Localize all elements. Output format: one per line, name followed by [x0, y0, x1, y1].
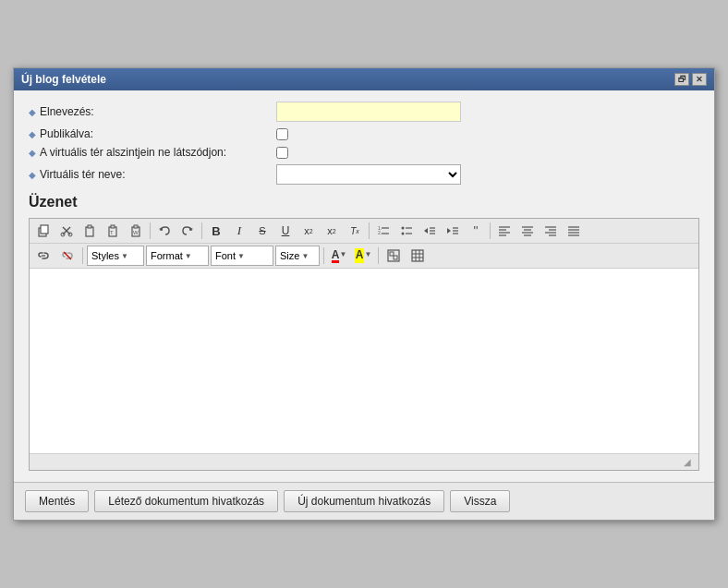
diamond-icon-3: ◆	[29, 148, 36, 158]
titlebar-buttons: 🗗 ✕	[674, 73, 707, 86]
bgcolor-button[interactable]: A ▼	[352, 246, 374, 266]
cut-button[interactable]	[55, 221, 78, 241]
styles-label: Styles	[91, 250, 119, 261]
resize-handle[interactable]: ◢	[684, 457, 695, 468]
font-dropdown[interactable]: Font ▼	[211, 246, 273, 266]
toolbar-row-1: T W B I S U x2 x2 Tx	[30, 219, 698, 244]
sep-4	[490, 222, 491, 239]
svg-marker-24	[424, 228, 428, 234]
bold-button[interactable]: B	[205, 221, 227, 241]
link-button[interactable]	[32, 246, 55, 266]
dialog-body: ◆ Elnevezés: ◆ Publikálva: ◆ A virtuális…	[14, 90, 714, 482]
dialog-title: Új blog felvétele	[21, 73, 106, 86]
elnevezes-label: ◆ Elnevezés:	[29, 105, 269, 118]
svg-rect-53	[412, 250, 423, 261]
bgcolor-a: A	[355, 248, 365, 261]
underline-button[interactable]: U	[274, 221, 297, 241]
footer: Mentés Létező dokumentum hivatkozás Új d…	[14, 482, 714, 520]
elnevezes-input[interactable]	[276, 102, 461, 122]
ol-button[interactable]: 1.2.	[372, 221, 394, 241]
align-justify-button[interactable]	[563, 221, 585, 241]
fontcolor-a: A	[332, 248, 340, 261]
size-dropdown[interactable]: Size ▼	[275, 246, 320, 266]
format-label: Format	[151, 250, 183, 261]
table-button[interactable]	[406, 246, 429, 266]
paste2-button[interactable]: T	[102, 221, 124, 241]
uzenet-section-label: Üzenet	[29, 194, 699, 210]
svg-rect-9	[111, 225, 115, 228]
elnevezes-row: ◆ Elnevezés:	[29, 102, 699, 122]
sep-3	[369, 222, 370, 239]
blockquote-button[interactable]: "	[465, 221, 487, 241]
svg-rect-52	[394, 256, 397, 259]
diamond-icon-2: ◆	[29, 129, 36, 139]
diamond-icon-4: ◆	[29, 170, 36, 180]
font-arrow: ▼	[237, 252, 245, 260]
virtualter-label: ◆ A virtuális tér alszintjein ne látszód…	[29, 146, 269, 159]
editor-statusbar: ◢	[30, 453, 698, 470]
sep-5	[82, 247, 83, 264]
virtualterneve-label: ◆ Virtuális tér neve:	[29, 168, 269, 181]
indent-button[interactable]	[442, 221, 464, 241]
svg-text:2.: 2.	[378, 230, 382, 235]
publikalva-checkbox[interactable]	[276, 128, 288, 140]
fontcolor-button[interactable]: A ▼	[328, 246, 350, 266]
diamond-icon-1: ◆	[29, 107, 36, 117]
publikalva-label: ◆ Publikálva:	[29, 127, 269, 140]
editor-textarea[interactable]	[30, 269, 698, 453]
redo-button[interactable]	[176, 221, 199, 241]
styles-dropdown[interactable]: Styles ▼	[87, 246, 144, 266]
new-doc-button[interactable]: Új dokumentum hivatkozás	[284, 490, 444, 512]
format-arrow: ▼	[185, 252, 192, 260]
svg-rect-51	[390, 252, 394, 256]
svg-rect-1	[41, 225, 48, 234]
svg-point-22	[402, 233, 405, 235]
paste3-button[interactable]: W	[125, 221, 147, 241]
restore-button[interactable]: 🗗	[674, 73, 689, 86]
svg-rect-12	[134, 225, 138, 228]
font-label: Font	[215, 250, 236, 261]
sep-7	[378, 247, 379, 264]
toolbar-row-2: Styles ▼ Format ▼ Font ▼ Size ▼ A	[30, 244, 698, 269]
maximize-button[interactable]	[382, 246, 405, 266]
svg-text:W: W	[133, 230, 139, 235]
virtualterneve-row: ◆ Virtuális tér neve:	[29, 164, 699, 185]
svg-text:T: T	[110, 230, 114, 235]
svg-rect-7	[88, 225, 91, 228]
italic-button[interactable]: I	[228, 221, 250, 241]
sep-2	[201, 222, 202, 239]
sep-1	[150, 222, 151, 239]
close-button[interactable]: ✕	[692, 73, 707, 86]
copy-button[interactable]	[32, 221, 55, 241]
virtualter-checkbox[interactable]	[276, 147, 288, 159]
size-label: Size	[280, 250, 299, 261]
outdent-button[interactable]	[419, 221, 441, 241]
align-center-button[interactable]	[516, 221, 539, 241]
save-button[interactable]: Mentés	[25, 490, 89, 512]
styles-arrow: ▼	[121, 252, 128, 260]
back-button[interactable]: Vissza	[450, 490, 510, 512]
format-dropdown[interactable]: Format ▼	[146, 246, 209, 266]
undo-button[interactable]	[153, 221, 176, 241]
size-arrow: ▼	[301, 252, 309, 260]
sep-6	[323, 247, 324, 264]
subscript-button[interactable]: x2	[297, 221, 320, 241]
virtualter-row: ◆ A virtuális tér alszintjein ne látszód…	[29, 146, 699, 159]
align-right-button[interactable]	[540, 221, 562, 241]
svg-point-20	[402, 227, 405, 230]
align-left-button[interactable]	[493, 221, 516, 241]
removeformat-button[interactable]: Tx	[344, 221, 366, 241]
titlebar: Új blog felvétele 🗗 ✕	[14, 68, 714, 90]
existing-doc-button[interactable]: Létező dokumentum hivatkozás	[94, 490, 278, 512]
strike-button[interactable]: S	[251, 221, 273, 241]
svg-marker-28	[447, 228, 451, 234]
paste-button[interactable]	[79, 221, 101, 241]
unlink-button[interactable]	[56, 246, 79, 266]
virtualterneve-select[interactable]	[276, 164, 461, 185]
ul-button[interactable]	[395, 221, 418, 241]
editor-container: T W B I S U x2 x2 Tx	[29, 218, 699, 471]
dialog-window: Új blog felvétele 🗗 ✕ ◆ Elnevezés: ◆ Pub…	[13, 67, 715, 521]
publikalva-row: ◆ Publikálva:	[29, 127, 699, 140]
superscript-button[interactable]: x2	[321, 221, 343, 241]
